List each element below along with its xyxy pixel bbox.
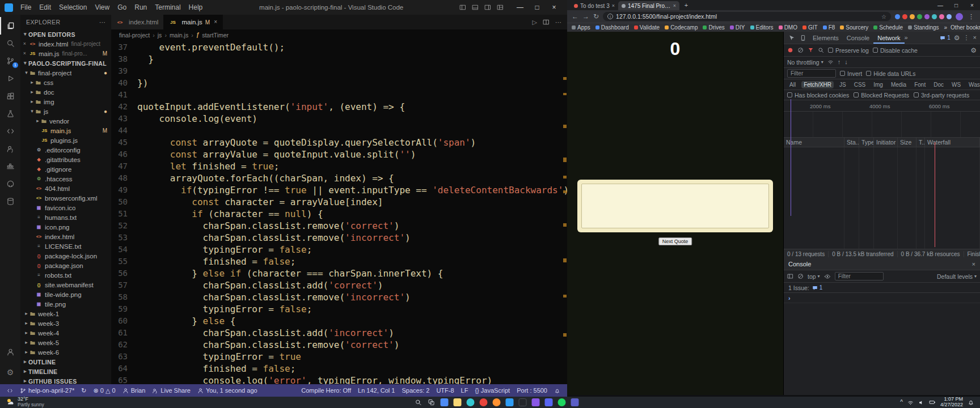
taskbar-terminal-icon[interactable] [519,398,527,406]
tree-item-img[interactable]: ▸img [20,97,111,107]
invert-checkbox[interactable]: Invert [840,70,862,77]
status-gitlens-blame[interactable]: You, 1 second ago [194,387,261,394]
activity-accounts-icon[interactable] [0,343,20,361]
extension-icon-1[interactable] [895,14,900,19]
bookmark-codecamp[interactable]: Codecamp [665,24,698,31]
bookmarks-overflow-icon[interactable]: » [944,24,948,31]
taskbar-github-desktop-icon[interactable] [532,398,540,406]
tree-item-week-3[interactable]: ▸week-3 [20,318,111,328]
status-git-branch[interactable]: help-on-april-27* [16,387,78,394]
type-filter-css[interactable]: CSS [852,81,868,88]
breadcrumb-item-final-project[interactable]: final-project [119,32,150,39]
activity-database-icon[interactable] [0,193,20,210]
taskbar-spotify-icon[interactable] [558,398,566,406]
address-bar[interactable]: i 127.0.0.1:5500/final-project/index.htm… [603,12,891,21]
bookmark-schedule[interactable]: Schedule [873,24,903,31]
devtools-tab-network[interactable]: Network [873,32,904,44]
tree-item-final-project[interactable]: ▾final-project● [20,68,111,78]
extension-icon-6[interactable] [932,14,937,19]
bookmark-star-icon[interactable]: ☆ [881,14,886,20]
menu-go[interactable]: Go [113,3,130,11]
browser-tab-to-do-test-3[interactable]: To do test 3× [571,1,618,10]
column-header-type[interactable]: Type [859,138,874,147]
tree-item-icon-png[interactable]: ▦icon.png [20,222,111,232]
type-filter-fetch-xhr[interactable]: Fetch/XHR [801,81,834,88]
minimize-button[interactable]: — [932,2,948,8]
type-filter-font[interactable]: Font [912,81,928,88]
bookmark-git[interactable]: GIT [802,24,818,31]
browser-menu-icon[interactable]: ⋮ [967,13,975,20]
bookmark-validate[interactable]: Validate [634,24,660,31]
activity-explorer-icon[interactable] [0,17,20,35]
tree-item-favicon-ico[interactable]: ▦favicon.ico [20,203,111,212]
tree-item-main-js[interactable]: JSmain.jsM [20,126,111,135]
taskbar-vscode-icon[interactable] [506,398,514,406]
bookmark-f8[interactable]: F8 [823,24,835,31]
extension-icon-7[interactable] [939,14,944,19]
browser-tab-1475-final-project[interactable]: 1475 Final Project× [618,1,679,10]
status-problems[interactable]: ⊗ 0 △ 0 [90,387,119,394]
bookmark-dashboard[interactable]: Dashboard [595,24,629,31]
menu-file[interactable]: File [16,3,35,11]
status-compile-hero[interactable]: Compile Hero: Off [298,387,354,394]
type-filter-ws[interactable]: WS [949,81,963,88]
sidebar-section-outline[interactable]: ▸OUTLINE [20,357,111,367]
breadcrumb-item-starttimer[interactable]: startTimer [202,32,229,39]
console-filter-input[interactable]: Filter [835,272,884,280]
activity-source-control-icon[interactable]: 1 [0,52,20,70]
taskbar-start-icon[interactable] [402,398,409,406]
type-filter-doc[interactable]: Doc [931,81,946,88]
extension-icon-4[interactable] [917,14,922,19]
menu-run[interactable]: Run [130,3,151,11]
tree-item-css[interactable]: ▸css [20,78,111,87]
tree-item-doc[interactable]: ▸doc [20,87,111,97]
tree-item-editorconfig[interactable]: ⚙.editorconfig [20,145,111,155]
tree-item-vendor[interactable]: ▸vendor [20,116,111,126]
activity-extensions-icon[interactable] [0,87,20,105]
type-filter-all[interactable]: All [787,81,798,88]
tree-item-week-6[interactable]: ▸week-6 [20,347,111,357]
status-indentation[interactable]: Spaces: 2 [398,387,433,394]
status-notifications[interactable] [551,387,564,394]
sidebar-section-timeline[interactable]: ▸TIMELINE [20,367,111,376]
devtools-tab-elements[interactable]: Elements [809,32,843,44]
column-header-name[interactable]: Name [784,138,844,147]
taskbar-teams-icon[interactable] [571,398,579,406]
tree-item-package-json[interactable]: {}package.json [20,261,111,270]
type-filter-img[interactable]: Img [871,81,885,88]
open-editor-main-js[interactable]: ×JSmain.jsfinal-pro...M [20,49,111,58]
taskbar-discord-icon[interactable] [545,398,553,406]
breadcrumb-item-js[interactable]: js [158,32,162,39]
status-encoding[interactable]: UTF-8 [433,387,457,394]
clock[interactable]: 1:07 PM 4/27/2022 [940,397,963,408]
taskbar-search-icon[interactable] [415,398,423,406]
tree-item-robots-txt[interactable]: ≡robots.txt [20,270,111,280]
status-live-share-user[interactable]: Brian [119,387,149,394]
preserve-log-checkbox[interactable]: Preserve log [828,47,869,54]
tree-item-index-html[interactable]: <>index.html [20,232,111,241]
reload-button[interactable]: ↻ [593,12,599,20]
bookmark-editors[interactable]: Editors [750,24,774,31]
new-tab-button[interactable]: + [682,2,691,8]
maximize-button[interactable]: □ [529,3,546,11]
tree-item-gitignore[interactable]: ◆.gitignore [20,164,111,174]
bookmark-dmo[interactable]: DMO [779,24,797,31]
tree-item-week-5[interactable]: ▸week-5 [20,338,111,347]
editor-tab-main-js[interactable]: JSmain.jsM× [164,15,223,29]
taskbar-chrome-icon[interactable] [480,398,488,406]
code-editor[interactable]: 37 event.preventDefault();38 }3940})4142… [111,41,567,384]
status-sync[interactable]: ↻ [78,387,90,394]
status-remote[interactable] [3,387,16,394]
sidebar-section-github-issues[interactable]: ▸GITHUB ISSUES [20,376,111,384]
menu-help[interactable]: Help [185,3,207,11]
tree-item-site-webmanifest[interactable]: {}site.webmanifest [20,280,111,290]
editor-tab-index-html[interactable]: <>index.html [111,15,164,29]
explorer-actions-icon[interactable]: ⋯ [99,19,105,26]
devtools-tab-console[interactable]: Console [843,32,873,44]
bookmark-standings[interactable]: Standings [908,24,939,31]
forward-button[interactable]: → [582,12,589,20]
tree-item-htaccess[interactable]: ⚙.htaccess [20,174,111,184]
status-cursor-position[interactable]: Ln 142, Col 1 [354,387,398,394]
issue-badge[interactable]: 1 [812,284,823,291]
column-header-waterfall[interactable]: Waterfall [925,138,980,147]
